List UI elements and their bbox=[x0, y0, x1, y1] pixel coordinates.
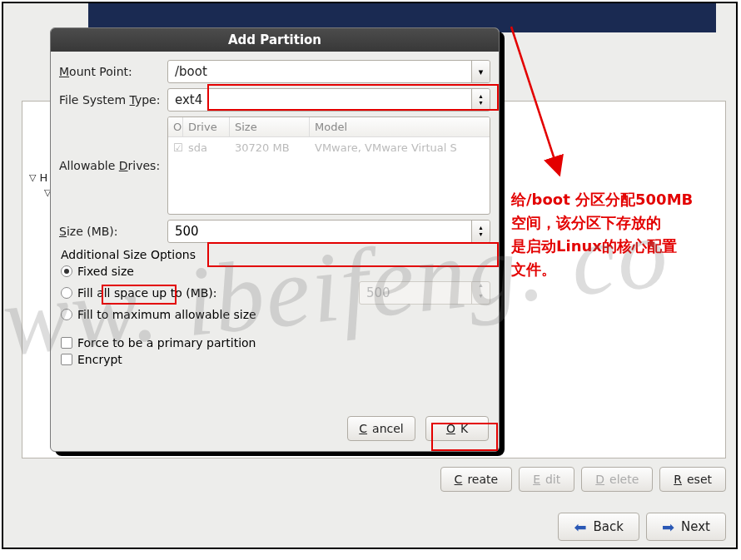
chevron-down-icon[interactable]: ▾ bbox=[471, 61, 490, 82]
tree-label: H bbox=[39, 171, 47, 184]
tree-expander-icon[interactable]: ▽ bbox=[29, 172, 36, 183]
checkbox-icon bbox=[61, 337, 72, 349]
edit-button[interactable]: Edit bbox=[519, 467, 574, 492]
drive-checkbox[interactable]: ☑ bbox=[168, 141, 183, 154]
cancel-button[interactable]: Cancel bbox=[347, 416, 415, 441]
fs-type-label: File System Type: bbox=[59, 93, 167, 107]
arrow-right-icon: ➡ bbox=[662, 518, 674, 536]
mount-point-combo[interactable]: /boot ▾ bbox=[167, 60, 490, 83]
encrypt-checkbox[interactable]: Encrypt bbox=[61, 353, 490, 366]
reset-button[interactable]: Reset bbox=[659, 467, 726, 492]
drive-row[interactable]: ☑ sda 30720 MB VMware, VMware Virtual S bbox=[168, 137, 490, 157]
annotation-text: 给/boot 分区分配500MB 空间，该分区下存放的 是启动Linux的核心配… bbox=[511, 188, 724, 281]
allowable-drives-list[interactable]: O Drive Size Model ☑ sda 30720 MB VMware… bbox=[167, 116, 490, 215]
size-spin-icon[interactable]: ▴▾ bbox=[471, 221, 490, 242]
fill-max-radio[interactable]: Fill to maximum allowable size bbox=[61, 308, 490, 321]
fs-type-combo[interactable]: ext4 ▴▾ bbox=[167, 88, 490, 112]
delete-button[interactable]: Delete bbox=[581, 467, 653, 492]
size-input[interactable]: ▴▾ bbox=[167, 220, 490, 243]
radio-icon bbox=[61, 265, 72, 277]
panel-button-bar: Create Edit Delete Reset bbox=[22, 467, 726, 492]
fill-up-to-radio[interactable]: Fill all space up to (MB): bbox=[61, 286, 241, 300]
arrow-left-icon: ⬅ bbox=[574, 518, 586, 536]
combo-spin-icon[interactable]: ▴▾ bbox=[471, 89, 490, 111]
additional-size-label: Additional Size Options bbox=[61, 248, 490, 261]
create-button[interactable]: Create bbox=[440, 467, 513, 492]
drives-header: O Drive Size Model bbox=[168, 117, 490, 137]
fill-up-to-spin: 500 ▴▾ bbox=[359, 281, 490, 305]
radio-icon bbox=[61, 287, 72, 299]
next-button[interactable]: ➡ Next bbox=[646, 513, 726, 541]
size-field[interactable] bbox=[168, 221, 471, 242]
checkbox-icon bbox=[61, 354, 72, 365]
fixed-size-radio[interactable]: Fixed size bbox=[61, 265, 490, 278]
primary-checkbox[interactable]: Force to be a primary partition bbox=[61, 336, 490, 349]
dialog-title: Add Partition bbox=[51, 28, 499, 52]
back-button[interactable]: ⬅ Back bbox=[558, 513, 639, 541]
size-label: Size (MB): bbox=[59, 225, 167, 238]
ok-button[interactable]: OK bbox=[425, 416, 489, 441]
wizard-nav: ⬅ Back ➡ Next bbox=[558, 513, 726, 541]
add-partition-dialog: Add Partition Mount Point: /boot ▾ File … bbox=[50, 27, 500, 452]
spin-icon: ▴▾ bbox=[471, 282, 490, 304]
allowable-drives-label: Allowable Drives: bbox=[59, 159, 167, 172]
radio-icon bbox=[61, 309, 72, 320]
mount-point-label: Mount Point: bbox=[59, 65, 167, 78]
